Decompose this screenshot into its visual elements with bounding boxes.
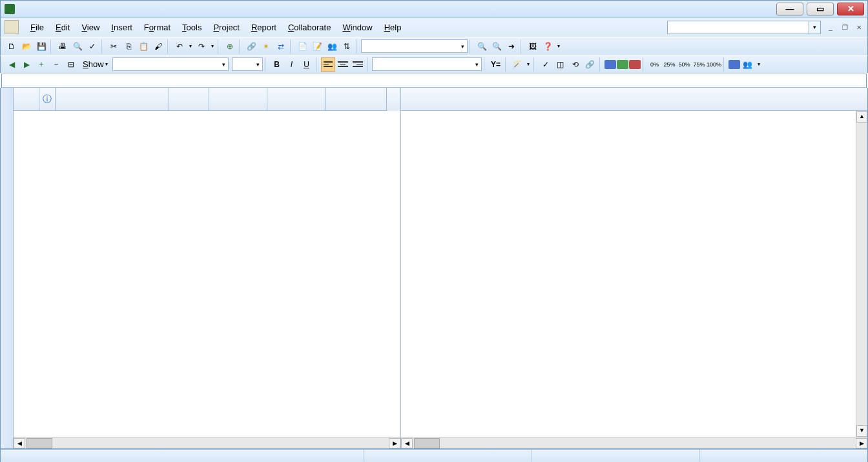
help-dropdown[interactable]: ▾ xyxy=(809,21,821,34)
menu-window[interactable]: Window xyxy=(337,20,377,35)
gantt-scroll-left[interactable]: ◀ xyxy=(401,438,413,448)
cut-icon[interactable]: ✂ xyxy=(107,39,121,54)
pct-25-icon[interactable]: 25% xyxy=(663,57,677,72)
update-tasks-icon[interactable] xyxy=(728,60,740,69)
track-split-icon[interactable]: ◫ xyxy=(553,57,568,72)
pct-0-icon[interactable]: 0% xyxy=(648,57,662,72)
task-notes-icon[interactable]: 📝 xyxy=(310,39,324,54)
pct-100-icon[interactable]: 100% xyxy=(707,57,721,72)
link-icon[interactable]: 🔗 xyxy=(244,39,258,54)
zoom-out-icon[interactable]: 🔍 xyxy=(490,39,504,54)
menu-project[interactable]: Project xyxy=(208,20,244,35)
copy-picture-icon[interactable]: 🖼 xyxy=(526,39,540,54)
view-bar[interactable] xyxy=(1,88,14,448)
format-painter-icon[interactable]: 🖌 xyxy=(151,39,165,54)
gantt-scroll-right[interactable]: ▶ xyxy=(856,438,867,448)
autofilter-icon[interactable]: Y= xyxy=(489,57,503,72)
gantt-scroll-up[interactable]: ▲ xyxy=(856,111,867,123)
maximize-button[interactable]: ▭ xyxy=(807,3,834,15)
filter-combo[interactable]: ▾ xyxy=(372,57,482,71)
menu-help[interactable]: Help xyxy=(379,20,407,35)
gantt-vscroll[interactable]: ▲ ▼ xyxy=(856,111,867,437)
grid-scroll-right[interactable]: ▶ xyxy=(389,438,400,448)
collab-toolbar-icon[interactable]: 👥 xyxy=(741,57,755,72)
help-search-input[interactable] xyxy=(667,21,809,34)
font-size-combo[interactable]: ▾ xyxy=(232,57,263,71)
pct-50-icon[interactable]: 50% xyxy=(677,57,692,72)
font-combo[interactable]: ▾ xyxy=(112,57,229,71)
gantt-scroll-thumb[interactable] xyxy=(414,438,440,448)
menu-insert[interactable]: Insert xyxy=(106,20,138,35)
gantt-hscroll[interactable]: ◀ ▶ xyxy=(401,437,867,448)
grid-hscroll[interactable]: ◀ ▶ xyxy=(14,437,400,448)
open-icon[interactable]: 📂 xyxy=(19,39,34,54)
gantt-bar-blue-icon[interactable] xyxy=(604,60,616,69)
project-icon[interactable] xyxy=(5,20,19,34)
gantt-bar-green-icon[interactable] xyxy=(617,60,628,69)
menu-collaborate[interactable]: Collaborate xyxy=(283,20,336,35)
mdi-minimize[interactable]: _ xyxy=(826,24,835,31)
gantt-scroll-down[interactable]: ▼ xyxy=(856,425,867,437)
task-info-icon[interactable]: 📄 xyxy=(295,39,309,54)
col-finish[interactable] xyxy=(267,88,326,111)
indent-icon[interactable]: ▶ xyxy=(19,57,34,72)
menu-file[interactable]: File xyxy=(25,20,49,35)
spelling-icon[interactable]: ✓ xyxy=(85,39,99,54)
col-duration[interactable] xyxy=(169,88,209,111)
insert-hyperlink-icon[interactable]: ⊕ xyxy=(223,39,237,54)
align-right-icon[interactable] xyxy=(351,57,365,72)
unlink-icon[interactable]: ✴ xyxy=(259,39,273,54)
menu-format[interactable]: Format xyxy=(139,20,176,35)
wizard-dropdown[interactable]: ▾ xyxy=(525,57,532,72)
entry-bar[interactable] xyxy=(1,74,867,88)
track-reschedule-icon[interactable]: ⟲ xyxy=(568,57,583,72)
close-button[interactable]: ✕ xyxy=(837,3,864,15)
zoom-in-icon[interactable]: 🔍 xyxy=(475,39,489,54)
col-predecessors[interactable] xyxy=(326,88,387,111)
hide-assignments-icon[interactable]: ⊟ xyxy=(64,57,78,72)
align-left-icon[interactable] xyxy=(321,57,335,72)
rownum-header[interactable] xyxy=(14,88,39,111)
redo-icon[interactable]: ↷ xyxy=(194,39,209,54)
print-preview-icon[interactable]: 🔍 xyxy=(70,39,85,54)
undo-icon[interactable]: ↶ xyxy=(172,39,187,54)
outdent-icon[interactable]: ◀ xyxy=(5,57,19,72)
track-link-icon[interactable]: 🔗 xyxy=(583,57,597,72)
menu-edit[interactable]: Edit xyxy=(50,20,75,35)
underline-icon[interactable]: U xyxy=(300,57,314,72)
menu-tools[interactable]: Tools xyxy=(177,20,207,35)
show-subtasks-icon[interactable]: ＋ xyxy=(34,57,48,72)
col-info[interactable]: ⓘ xyxy=(39,88,56,111)
copy-icon[interactable]: ⎘ xyxy=(121,39,136,54)
menu-report[interactable]: Report xyxy=(246,20,282,35)
track-icon[interactable]: ✓ xyxy=(539,57,553,72)
show-button[interactable]: Show▾ xyxy=(79,57,112,72)
grid-scroll-left[interactable]: ◀ xyxy=(14,438,25,448)
align-center-icon[interactable] xyxy=(336,57,350,72)
gantt-wizard-icon[interactable]: 🪄 xyxy=(510,57,524,72)
save-icon[interactable]: 💾 xyxy=(34,39,48,54)
menu-view[interactable]: View xyxy=(76,20,105,35)
new-icon[interactable]: 🗋 xyxy=(5,39,19,54)
minimize-button[interactable]: — xyxy=(776,3,803,15)
hide-subtasks-icon[interactable]: － xyxy=(49,57,63,72)
toolbar-options-icon[interactable]: ▾ xyxy=(555,39,562,54)
col-start[interactable] xyxy=(209,88,267,111)
toolbar2-options-icon[interactable]: ▾ xyxy=(756,57,762,72)
split-icon[interactable]: ⇄ xyxy=(274,39,288,54)
col-task-name[interactable] xyxy=(56,88,169,111)
gantt-timescale[interactable] xyxy=(401,88,867,111)
paste-icon[interactable]: 📋 xyxy=(136,39,150,54)
bold-icon[interactable]: B xyxy=(270,57,284,72)
assign-resources-icon[interactable]: 👥 xyxy=(325,39,339,54)
mdi-close[interactable]: ✕ xyxy=(854,24,863,31)
grid-scroll-thumb[interactable] xyxy=(26,438,52,448)
redo-dropdown-icon[interactable]: ▾ xyxy=(209,39,216,54)
italic-icon[interactable]: I xyxy=(285,57,299,72)
mdi-restore[interactable]: ❐ xyxy=(840,24,849,31)
pct-75-icon[interactable]: 75% xyxy=(692,57,707,72)
undo-dropdown-icon[interactable]: ▾ xyxy=(187,39,194,54)
help-icon[interactable]: ❓ xyxy=(541,39,555,54)
goto-task-icon[interactable]: ➜ xyxy=(504,39,519,54)
group-combo[interactable]: ▾ xyxy=(361,39,468,53)
